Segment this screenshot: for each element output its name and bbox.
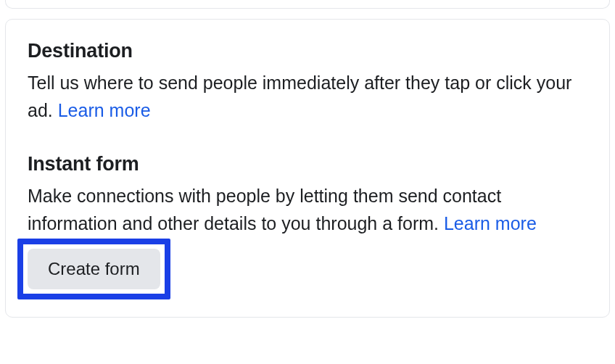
destination-learn-more-link[interactable]: Learn more	[58, 100, 151, 120]
create-form-button[interactable]: Create form	[28, 249, 160, 289]
instant-form-heading: Instant form	[28, 153, 587, 175]
previous-card-stub	[5, 0, 610, 9]
instant-form-description: Make connections with people by letting …	[28, 183, 587, 237]
destination-description: Tell us where to send people immediately…	[28, 70, 587, 124]
instant-form-description-text: Make connections with people by letting …	[28, 186, 501, 233]
destination-heading: Destination	[28, 40, 587, 62]
destination-section: Destination Tell us where to send people…	[28, 40, 587, 124]
create-form-highlight: Create form	[17, 239, 170, 299]
destination-card: Destination Tell us where to send people…	[5, 19, 610, 318]
instant-form-section: Instant form Make connections with peopl…	[28, 153, 587, 299]
instant-form-learn-more-link[interactable]: Learn more	[444, 213, 537, 233]
